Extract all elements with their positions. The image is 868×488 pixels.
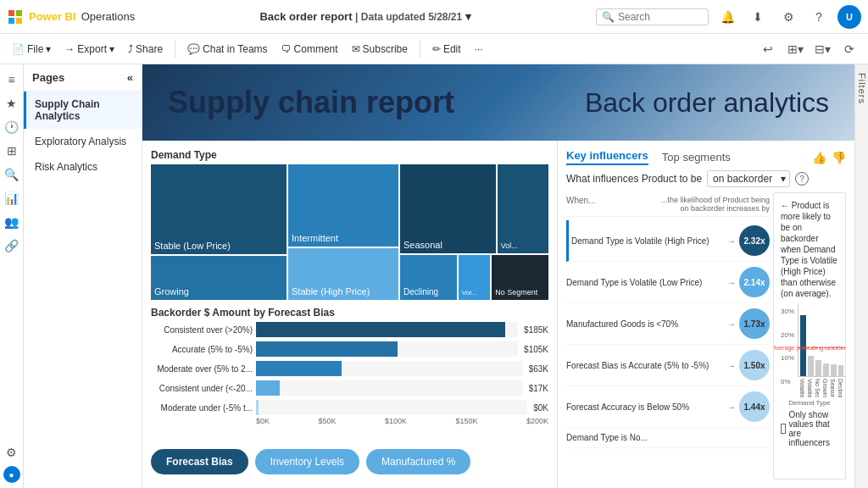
mini-bar-growing[interactable] — [823, 304, 829, 376]
comment-button[interactable]: 🗨 Comment — [276, 41, 343, 58]
bar-row-0: Consistent over (>20%) $185K — [151, 322, 548, 337]
file-label: File — [27, 43, 43, 55]
chat-button[interactable]: 💬 Chat in Teams — [182, 41, 272, 58]
mini-bar-volatile-high[interactable] — [800, 304, 806, 376]
treemap-stable-low[interactable]: Stable (Low Price) — [151, 164, 287, 254]
treemap-declining[interactable]: Declining — [400, 255, 457, 300]
influencer-row-0[interactable]: Demand Type is Volatile (High Price) → 2… — [566, 220, 770, 262]
workspace-label: Operations — [81, 10, 136, 23]
mini-bar-volatile-low[interactable] — [808, 304, 814, 376]
treemap-growing[interactable]: Growing — [151, 256, 287, 300]
influencer-row-2[interactable]: Manufactured Goods is <70% → 1.73x — [566, 303, 770, 345]
help-icon[interactable]: ? — [795, 172, 809, 186]
page-item-risk[interactable]: Risk Analytics — [24, 154, 142, 180]
nav-workspaces[interactable]: 📊 — [2, 188, 22, 208]
bar-row-2: Moderate over (5% to 2... $63K — [151, 361, 548, 376]
axis-3: $150K — [455, 417, 477, 425]
pages-collapse-icon[interactable]: « — [127, 71, 133, 84]
nav-collapse[interactable]: ● — [3, 466, 20, 483]
nav-search[interactable]: 🔍 — [2, 164, 22, 185]
bar-fill-4[interactable] — [256, 400, 259, 415]
influencer-row-5[interactable]: Demand Type is No... — [566, 428, 770, 448]
nav-settings[interactable]: ⚙ — [2, 442, 22, 463]
settings-button[interactable]: ⚙ — [776, 5, 800, 29]
refresh-button[interactable]: ⟳ — [837, 37, 861, 61]
file-button[interactable]: 📄 File ▾ — [7, 41, 56, 58]
subscribe-icon: ✉ — [352, 43, 360, 55]
nav-favorites[interactable]: ★ — [2, 93, 22, 114]
treemap-no-segment[interactable]: No Segment — [492, 255, 548, 300]
mini-bar-fill-2 — [815, 360, 821, 376]
nav-recent[interactable]: 🕐 — [2, 117, 22, 137]
forecast-bias-button[interactable]: Forecast Bias — [151, 449, 248, 474]
backorder-dropdown[interactable]: on backorder ▾ — [707, 170, 790, 187]
download-button[interactable]: ⬇ — [746, 5, 770, 29]
export-button[interactable]: → Export ▾ — [59, 41, 120, 58]
chart-content: Average (excluding selected): 11.34% — [798, 304, 846, 397]
mini-bars — [798, 304, 846, 376]
chart-panel-title: ← Product is more likely to be on backor… — [781, 200, 838, 299]
tab-key-influencers[interactable]: Key influencers — [566, 149, 648, 165]
file-icon: 📄 — [12, 43, 25, 55]
influencer-row-4[interactable]: Forecast Accuracy is Below 50% → 1.44x — [566, 386, 770, 428]
tab-top-segments[interactable]: Top segments — [662, 151, 731, 164]
more-button[interactable]: ··· — [470, 41, 488, 58]
export-label: Export — [77, 43, 107, 55]
share-button[interactable]: ⤴ Share — [123, 41, 168, 58]
mini-bar-cyclical[interactable] — [845, 304, 846, 376]
notifications-button[interactable]: 🔔 — [715, 5, 739, 29]
report-title-center: Back order report | Data updated 5/28/21… — [142, 10, 589, 23]
account-button[interactable]: U — [837, 5, 861, 29]
thumbs-up-icon[interactable]: 👍 — [812, 151, 826, 164]
thumbs-down-icon[interactable]: 👎 — [832, 151, 846, 164]
treemap-stable-high[interactable]: Stable (High Price) — [288, 248, 398, 300]
mini-bar-declining[interactable] — [838, 304, 844, 376]
influencers-checkbox[interactable] — [781, 424, 786, 434]
bar-fill-3[interactable] — [256, 380, 280, 396]
mini-bar-no-segment[interactable] — [815, 304, 821, 376]
avg-dashed-line — [798, 347, 846, 348]
filters-label[interactable]: Filters — [857, 73, 867, 104]
bar-fill-0[interactable] — [256, 322, 505, 337]
inf-arrow-4: → — [727, 402, 736, 412]
treemap-volatile1[interactable]: Vol... — [498, 164, 548, 253]
inf-circle-4: 1.44x — [739, 391, 770, 422]
undo-button[interactable]: ↩ — [756, 37, 780, 61]
filters-sidebar[interactable]: Filters — [854, 64, 868, 488]
influencer-col-headers: When... ...the likelihood of Product bei… — [566, 192, 770, 217]
treemap-intermittent[interactable]: Intermittent — [288, 164, 398, 247]
mini-bar-seasonal[interactable] — [831, 304, 837, 376]
edit-button[interactable]: ✏ Edit — [427, 41, 466, 58]
inf-label-3: Forecast Bias is Accurate (5% to -5%) — [566, 361, 724, 370]
treemap-seasonal[interactable]: Seasonal — [400, 164, 496, 253]
bar-track-3 — [256, 380, 523, 396]
bar-fill-1[interactable] — [256, 341, 398, 357]
panel-toggle-button[interactable]: ⊟▾ — [810, 37, 834, 61]
col2-header: ...the likelihood of Product being on ba… — [659, 196, 770, 213]
nav-people[interactable]: 👥 — [2, 212, 22, 232]
manufactured-pct-button[interactable]: Manufactured % — [366, 449, 470, 474]
inf-arrow-3: → — [727, 361, 736, 370]
influencers-content: When... ...the likelihood of Product bei… — [566, 192, 846, 480]
bar-chart-section: Backorder $ Amount by Forecast Bias Cons… — [151, 307, 548, 437]
chevron-icon[interactable]: ▾ — [465, 10, 471, 23]
search-input[interactable] — [618, 11, 703, 23]
nav-apps[interactable]: ⊞ — [2, 141, 22, 161]
search-icon: 🔍 — [602, 11, 615, 23]
page-item-exploratory[interactable]: Exploratory Analysis — [24, 129, 142, 154]
help-button[interactable]: ? — [807, 5, 831, 29]
nav-learn[interactable]: 🔗 — [2, 236, 22, 256]
bar-label-4: Moderate under (-5% t... — [151, 403, 253, 413]
nav-home[interactable]: ≡ — [2, 69, 22, 90]
subscribe-button[interactable]: ✉ Subscribe — [347, 41, 413, 58]
page-item-supply-chain[interactable]: Supply Chain Analytics — [24, 92, 142, 129]
left-nav: ≡ ★ 🕐 ⊞ 🔍 📊 👥 🔗 ⚙ ● — [0, 64, 24, 488]
bar-fill-2[interactable] — [256, 361, 342, 376]
view-toggle-button[interactable]: ⊞▾ — [783, 37, 807, 61]
microsoft-logo — [7, 8, 24, 25]
treemap-volatile2[interactable]: Vol... — [459, 255, 490, 300]
influencer-row-3[interactable]: Forecast Bias is Accurate (5% to -5%) → … — [566, 345, 770, 386]
inventory-levels-button[interactable]: Inventory Levels — [255, 449, 359, 474]
search-box[interactable]: 🔍 — [596, 8, 709, 25]
influencer-row-1[interactable]: Demand Type is Volatile (Low Price) → 2.… — [566, 262, 770, 303]
